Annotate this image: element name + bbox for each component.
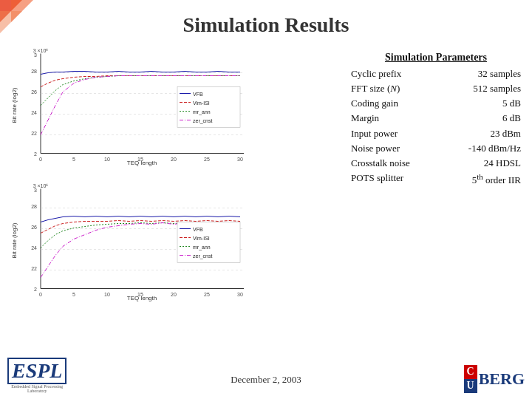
footer-date: December 2, 2003 bbox=[231, 374, 301, 386]
param-value-crosstalk: 24 HDSL bbox=[484, 156, 521, 171]
chart-2: Bit rate (log2) TEQ length 3 ×10⁶ 2 22 2… bbox=[7, 180, 281, 309]
berg-text: BERG bbox=[479, 369, 525, 389]
svg-text:Vim-ISI: Vim-ISI bbox=[193, 100, 210, 106]
param-row-input: Input power 23 dBm bbox=[351, 126, 521, 141]
chart-1-svg: Bit rate (log2) TEQ length 3 ×10⁶ 2 22 2… bbox=[7, 44, 281, 174]
espl-subtitle: Embedded Signal Processing Laboratory bbox=[7, 384, 66, 393]
svg-text:24: 24 bbox=[31, 110, 37, 115]
svg-text:0: 0 bbox=[39, 157, 42, 162]
svg-text:20: 20 bbox=[171, 292, 177, 297]
charts-column: Bit rate (log2) TEQ length 3 ×10⁶ 2 22 2… bbox=[7, 44, 340, 309]
param-value-cyclic: 32 samples bbox=[478, 66, 521, 81]
param-label-coding: Coding gain bbox=[351, 96, 398, 111]
svg-text:2: 2 bbox=[34, 287, 37, 292]
param-row-margin: Margin 6 dB bbox=[351, 111, 521, 126]
svg-text:VFB: VFB bbox=[193, 227, 203, 232]
param-row-fft: FFT size (N) 512 samples bbox=[351, 81, 521, 96]
param-label-fft: FFT size (N) bbox=[351, 81, 400, 96]
svg-text:26: 26 bbox=[31, 89, 37, 95]
svg-text:25: 25 bbox=[204, 292, 210, 297]
svg-text:15: 15 bbox=[137, 157, 143, 162]
svg-text:28: 28 bbox=[31, 69, 37, 74]
param-row-crosstalk: Crosstalk noise 24 HDSL bbox=[351, 156, 521, 171]
param-value-input: 23 dBm bbox=[490, 126, 521, 141]
param-label-pots: POTS splitter bbox=[351, 171, 403, 188]
svg-text:24: 24 bbox=[31, 245, 37, 250]
cuberg-logo: C U BERG bbox=[464, 365, 525, 393]
param-value-noise: -140 dBm/Hz bbox=[468, 141, 521, 156]
param-label-crosstalk: Crosstalk noise bbox=[351, 156, 410, 171]
svg-text:26: 26 bbox=[31, 225, 37, 230]
svg-text:0: 0 bbox=[39, 292, 42, 297]
svg-text:mr_ann: mr_ann bbox=[193, 245, 211, 250]
svg-text:22: 22 bbox=[31, 131, 37, 136]
page-title: Simulation Results bbox=[0, 0, 532, 44]
svg-text:mr_ann: mr_ann bbox=[193, 109, 211, 115]
param-row-pots: POTS splitter 5th order IIR bbox=[351, 171, 521, 188]
svg-text:2: 2 bbox=[34, 151, 37, 157]
content-area: Bit rate (log2) TEQ length 3 ×10⁶ 2 22 2… bbox=[0, 44, 532, 309]
cu-bottom: U bbox=[464, 379, 477, 393]
corner-decoration bbox=[0, 0, 44, 44]
param-row-noise: Noise power -140 dBm/Hz bbox=[351, 141, 521, 156]
svg-marker-2 bbox=[0, 11, 22, 33]
svg-text:zer_cnst: zer_cnst bbox=[193, 253, 213, 259]
svg-text:zer_cnst: zer_cnst bbox=[193, 118, 213, 124]
svg-text:VFB: VFB bbox=[193, 92, 203, 97]
param-label-input: Input power bbox=[351, 126, 398, 141]
svg-text:28: 28 bbox=[31, 204, 37, 209]
svg-text:Bit rate (log2): Bit rate (log2) bbox=[11, 87, 18, 123]
svg-text:15: 15 bbox=[137, 292, 143, 297]
param-row-coding: Coding gain 5 dB bbox=[351, 96, 521, 111]
cu-box: C U bbox=[464, 365, 477, 393]
svg-text:22: 22 bbox=[31, 266, 37, 271]
params-title: Simulation Parameters bbox=[351, 52, 521, 64]
param-label-noise: Noise power bbox=[351, 141, 400, 156]
params-panel: Simulation Parameters Cyclic prefix 32 s… bbox=[347, 44, 525, 309]
chart-1: Bit rate (log2) TEQ length 3 ×10⁶ 2 22 2… bbox=[7, 44, 281, 174]
param-value-pots: 5th order IIR bbox=[472, 171, 521, 188]
svg-text:Vim-ISI: Vim-ISI bbox=[193, 236, 210, 241]
footer: ESPL Embedded Signal Processing Laborato… bbox=[0, 358, 532, 393]
svg-text:30: 30 bbox=[237, 292, 243, 297]
params-table: Cyclic prefix 32 samples FFT size (N) 51… bbox=[351, 66, 521, 188]
chart-2-svg: Bit rate (log2) TEQ length 3 ×10⁶ 2 22 2… bbox=[7, 180, 281, 309]
espl-text: ESPL bbox=[12, 361, 62, 381]
cu-top: C bbox=[464, 365, 477, 379]
svg-text:25: 25 bbox=[204, 157, 210, 162]
svg-text:5: 5 bbox=[72, 292, 75, 297]
svg-text:30: 30 bbox=[237, 157, 243, 162]
param-value-fft: 512 samples bbox=[473, 81, 521, 96]
svg-text:Bit rate (log2): Bit rate (log2) bbox=[11, 222, 18, 258]
svg-text:10: 10 bbox=[104, 292, 110, 297]
param-value-margin: 6 dB bbox=[502, 111, 521, 126]
svg-text:20: 20 bbox=[171, 157, 177, 162]
param-value-coding: 5 dB bbox=[502, 96, 521, 111]
param-label-cyclic: Cyclic prefix bbox=[351, 66, 401, 81]
svg-text:5: 5 bbox=[72, 157, 75, 162]
svg-text:3: 3 bbox=[34, 52, 37, 58]
espl-logo: ESPL Embedded Signal Processing Laborato… bbox=[7, 358, 66, 393]
param-row-cyclic: Cyclic prefix 32 samples bbox=[351, 66, 521, 81]
svg-text:10: 10 bbox=[104, 157, 110, 162]
param-label-margin: Margin bbox=[351, 111, 379, 126]
svg-text:3: 3 bbox=[34, 188, 37, 193]
